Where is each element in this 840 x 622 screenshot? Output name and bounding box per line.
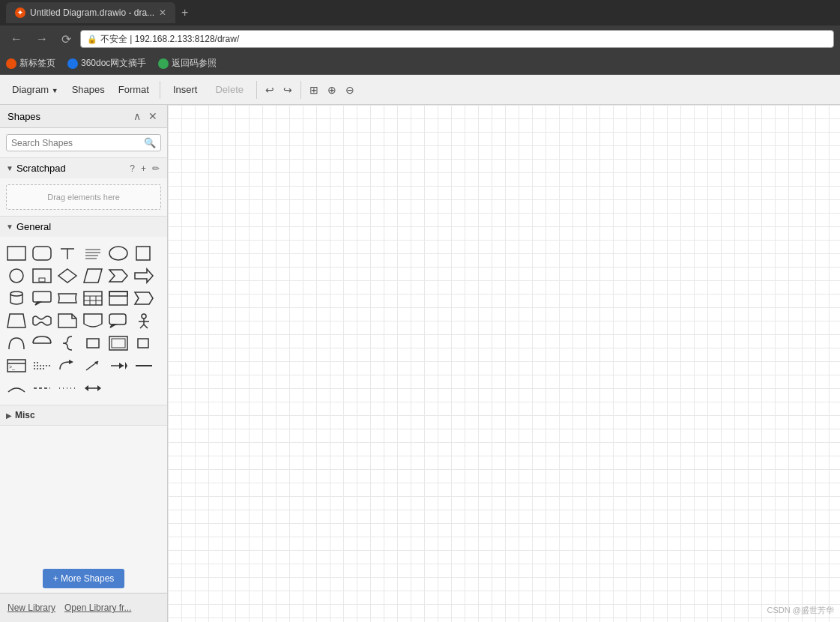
new-tab-button[interactable]: + bbox=[181, 6, 188, 19]
shape-sub-process[interactable] bbox=[30, 265, 54, 286]
bookmark-icon-newtab bbox=[6, 58, 16, 69]
canvas-area[interactable]: CSDN @盛世芳华 bbox=[168, 105, 840, 622]
shape-chevron-right[interactable] bbox=[132, 288, 156, 309]
insert-button[interactable]: Insert bbox=[165, 81, 206, 98]
shape-rect-rounded-bottom[interactable] bbox=[81, 310, 105, 331]
shape-banner[interactable] bbox=[55, 288, 79, 309]
shape-ellipse[interactable] bbox=[106, 243, 130, 264]
shape-line-arrow-ends[interactable] bbox=[81, 378, 105, 399]
svg-rect-20 bbox=[33, 292, 51, 302]
shape-half-circle[interactable] bbox=[30, 333, 54, 354]
reload-button[interactable]: ⟳ bbox=[57, 31, 76, 48]
bookmark-new-tab[interactable]: 新标签页 bbox=[6, 57, 55, 70]
shape-curved-arrow[interactable] bbox=[55, 355, 79, 376]
shape-callout[interactable] bbox=[30, 288, 54, 309]
shape-arc[interactable] bbox=[4, 333, 28, 354]
redo-button[interactable]: ↪ bbox=[280, 82, 296, 98]
diagram-menu-button[interactable]: Diagram ▼ bbox=[6, 81, 64, 98]
zoom-out-button[interactable]: ⊖ bbox=[342, 82, 358, 98]
shape-small-rect[interactable] bbox=[81, 333, 105, 354]
search-input[interactable] bbox=[11, 138, 144, 148]
scratchpad-help-button[interactable]: ? bbox=[128, 163, 136, 174]
format-menu-button[interactable]: Format bbox=[112, 81, 155, 98]
general-panel: ▼ General bbox=[0, 217, 167, 405]
sidebar-header: Shapes ∧ ✕ bbox=[0, 105, 167, 128]
scratchpad-edit-button[interactable]: ✏ bbox=[151, 163, 161, 174]
bookmark-icon-360doc bbox=[67, 58, 78, 69]
shape-text[interactable] bbox=[55, 243, 79, 264]
shape-curly-bracket[interactable] bbox=[55, 333, 79, 354]
general-panel-header[interactable]: ▼ General bbox=[0, 217, 167, 237]
shape-small-square[interactable] bbox=[132, 333, 156, 354]
delete-button[interactable]: Delete bbox=[207, 81, 252, 98]
undo-button[interactable]: ↩ bbox=[262, 82, 278, 98]
shape-dashes[interactable] bbox=[30, 355, 54, 376]
shape-note[interactable] bbox=[81, 243, 105, 264]
shape-diagonal-arrow[interactable] bbox=[81, 355, 105, 376]
shape-trapezoid[interactable] bbox=[4, 310, 28, 331]
scratchpad-header-buttons: ? + ✏ bbox=[128, 163, 161, 174]
svg-marker-13 bbox=[58, 269, 76, 283]
shape-wavy[interactable] bbox=[30, 310, 54, 331]
bookmark-360doc[interactable]: 360doc网文摘手 bbox=[67, 57, 146, 70]
shape-frame[interactable] bbox=[106, 333, 130, 354]
shape-speech-bubble[interactable] bbox=[106, 310, 130, 331]
svg-point-10 bbox=[10, 269, 23, 283]
bookmark-icon-return bbox=[158, 58, 169, 69]
misc-panel-header[interactable]: ▶ Misc bbox=[0, 405, 167, 425]
shape-rectangle[interactable] bbox=[4, 243, 28, 264]
shape-arrow-right-filled[interactable] bbox=[106, 355, 130, 376]
more-shapes-button[interactable]: + More Shapes bbox=[43, 569, 125, 588]
svg-line-37 bbox=[144, 324, 148, 328]
panels-container: ▼ Scratchpad ? + ✏ Drag elements here bbox=[0, 158, 167, 564]
delete-label: Delete bbox=[215, 84, 244, 95]
sidebar-close-button[interactable]: ✕ bbox=[146, 109, 160, 123]
svg-rect-9 bbox=[136, 247, 150, 260]
forward-button[interactable]: → bbox=[31, 31, 52, 47]
shape-terminal[interactable]: >_ bbox=[4, 355, 28, 376]
bookmark-label-return: 返回码参照 bbox=[172, 57, 217, 70]
sidebar-collapse-button[interactable]: ∧ bbox=[131, 109, 143, 123]
open-library-button[interactable]: Open Library fr... bbox=[63, 600, 133, 616]
shape-square[interactable] bbox=[132, 243, 156, 264]
zoom-in-button[interactable]: ⊕ bbox=[324, 82, 340, 98]
toolbar-separator-2 bbox=[256, 81, 257, 99]
address-bar[interactable]: 🔒 不安全 | 192.168.2.133:8128/draw/ bbox=[80, 30, 834, 48]
shape-document[interactable] bbox=[55, 310, 79, 331]
browser-tab[interactable]: ✦ Untitled Diagram.drawio - dra... ✕ bbox=[6, 2, 175, 23]
shape-table[interactable] bbox=[81, 288, 105, 309]
canvas-grid bbox=[168, 105, 840, 622]
svg-marker-15 bbox=[109, 270, 127, 282]
fit-page-button[interactable]: ⊞ bbox=[306, 82, 322, 98]
general-shapes-content: >_ bbox=[0, 237, 167, 405]
svg-point-8 bbox=[109, 247, 127, 260]
shapes-menu-button[interactable]: Shapes bbox=[66, 81, 111, 98]
back-button[interactable]: ← bbox=[6, 31, 27, 47]
shape-line-dotted[interactable] bbox=[55, 378, 79, 399]
shape-cylinder[interactable] bbox=[4, 288, 28, 309]
shape-line-curved[interactable] bbox=[4, 378, 28, 399]
shape-actor[interactable] bbox=[132, 310, 156, 331]
shape-line-solid[interactable] bbox=[132, 355, 156, 376]
shape-container[interactable] bbox=[106, 288, 130, 309]
shapes-sidebar: Shapes ∧ ✕ 🔍 bbox=[0, 105, 168, 622]
scratchpad-add-button[interactable]: + bbox=[139, 163, 148, 174]
shape-chevron[interactable] bbox=[106, 265, 130, 286]
shape-arrow-right[interactable] bbox=[132, 265, 156, 286]
bookmark-return[interactable]: 返回码参照 bbox=[158, 57, 217, 70]
scratchpad-panel-header[interactable]: ▼ Scratchpad ? + ✏ bbox=[0, 158, 167, 178]
tab-close-button[interactable]: ✕ bbox=[159, 7, 166, 18]
more-shapes-label: + More Shapes bbox=[53, 573, 115, 584]
svg-text:>_: >_ bbox=[9, 364, 15, 370]
svg-rect-42 bbox=[138, 339, 148, 348]
svg-point-17 bbox=[10, 292, 22, 296]
svg-marker-49 bbox=[69, 360, 73, 364]
new-library-button[interactable]: New Library bbox=[6, 600, 57, 616]
scratchpad-arrow-icon: ▼ bbox=[6, 164, 13, 172]
shape-parallelogram[interactable] bbox=[81, 265, 105, 286]
shape-circle[interactable] bbox=[4, 265, 28, 286]
shape-diamond[interactable] bbox=[55, 265, 79, 286]
shape-line-dashed[interactable] bbox=[30, 378, 54, 399]
svg-rect-41 bbox=[112, 339, 125, 348]
shape-rounded-rect[interactable] bbox=[30, 243, 54, 264]
